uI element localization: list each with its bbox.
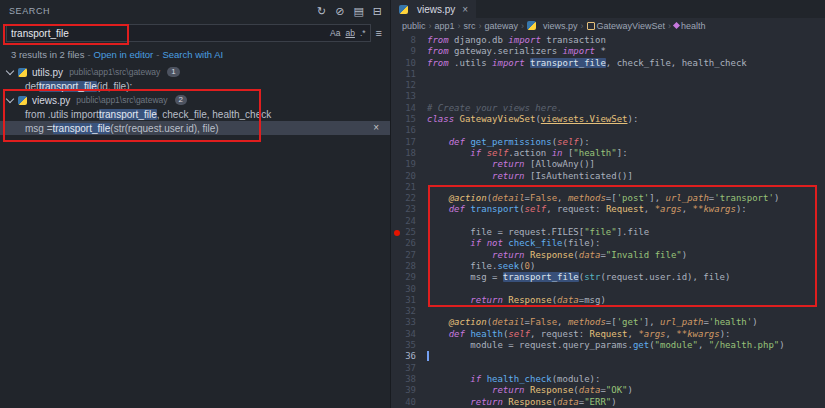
- match-case-toggle[interactable]: Aa: [328, 27, 342, 39]
- breadcrumb-item-health[interactable]: health: [674, 21, 706, 31]
- line-number[interactable]: 30: [391, 284, 427, 295]
- line-number[interactable]: 25: [391, 227, 427, 238]
- regex-toggle[interactable]: .*: [358, 27, 368, 39]
- line-number[interactable]: 34: [391, 329, 427, 340]
- line-number[interactable]: 35: [391, 340, 427, 351]
- line-number[interactable]: 28: [391, 261, 427, 272]
- code-line[interactable]: 26 if not check_file(file):: [391, 238, 825, 249]
- code-line[interactable]: 33 @action(detail=False, methods=['get']…: [391, 317, 825, 328]
- code-line[interactable]: 8from django.db import transaction: [391, 35, 825, 46]
- code-line[interactable]: 27 return Response(data="Invalid file"): [391, 250, 825, 261]
- line-number[interactable]: 21: [391, 182, 427, 193]
- code-line[interactable]: 11: [391, 69, 825, 80]
- line-number[interactable]: 17: [391, 137, 427, 148]
- code-line[interactable]: 16: [391, 125, 825, 136]
- open-new-search-editor-icon[interactable]: ▤: [353, 6, 363, 17]
- search-sidebar: SEARCH ↻ ⊘ ▤ ⊟ Aa ab .* ≡ 3 results in 2…: [0, 0, 390, 408]
- code-line[interactable]: 28 file.seek(0): [391, 261, 825, 272]
- line-number[interactable]: 26: [391, 238, 427, 249]
- search-match-row[interactable]: msg = transport_file(str(request.user.id…: [0, 121, 390, 135]
- code-line[interactable]: 24: [391, 216, 825, 227]
- line-number[interactable]: 19: [391, 159, 427, 170]
- code-line[interactable]: 35 module = request.query_params.get("mo…: [391, 340, 825, 351]
- line-number[interactable]: 14: [391, 103, 427, 114]
- results-summary: 3 results in 2 files: [11, 49, 84, 60]
- code-line[interactable]: 32: [391, 306, 825, 317]
- toggle-search-details-button[interactable]: ≡: [376, 27, 382, 39]
- code-line[interactable]: 34 def health(self, request: Request, *a…: [391, 329, 825, 340]
- code-line[interactable]: 31 return Response(data=msg): [391, 295, 825, 306]
- breadcrumb-separator: ›: [581, 21, 584, 31]
- search-with-ai-link[interactable]: Search with AI: [162, 49, 223, 60]
- code-line[interactable]: 15class GatewayViewSet(viewsets.ViewSet)…: [391, 114, 825, 125]
- search-match-row[interactable]: def transport_file(id, file):: [0, 79, 390, 93]
- match-pre-text: msg =: [25, 123, 53, 134]
- refresh-icon[interactable]: ↻: [317, 6, 326, 17]
- code-line[interactable]: 36: [391, 351, 825, 362]
- open-in-editor-link[interactable]: Open in editor: [94, 49, 154, 60]
- breadcrumb-item-public[interactable]: public: [402, 21, 426, 31]
- code-line[interactable]: 37: [391, 363, 825, 374]
- code-line[interactable]: 12: [391, 80, 825, 91]
- code-line[interactable]: 9from gateway.serializers import *: [391, 46, 825, 57]
- breadcrumb-item-src[interactable]: src: [464, 21, 476, 31]
- line-number[interactable]: 23: [391, 204, 427, 215]
- line-number[interactable]: 38: [391, 374, 427, 385]
- chevron-down-icon[interactable]: [6, 67, 14, 75]
- code-line[interactable]: 13: [391, 91, 825, 102]
- line-number[interactable]: 22: [391, 193, 427, 204]
- breakpoint-dot[interactable]: [394, 230, 400, 236]
- tab-close-icon[interactable]: ×: [462, 4, 468, 15]
- line-number[interactable]: 12: [391, 80, 427, 91]
- dismiss-result-icon[interactable]: ×: [373, 122, 379, 133]
- code-line[interactable]: 10from .utils import transport_file, che…: [391, 58, 825, 69]
- line-number[interactable]: 33: [391, 317, 427, 328]
- line-number[interactable]: 27: [391, 250, 427, 261]
- code-line[interactable]: 14# Create your views here.: [391, 103, 825, 114]
- line-number[interactable]: 24: [391, 216, 427, 227]
- line-number[interactable]: 11: [391, 69, 427, 80]
- line-number[interactable]: 10: [391, 58, 427, 69]
- line-number[interactable]: 40: [391, 397, 427, 408]
- breadcrumb-item-views-py[interactable]: views.py: [527, 21, 578, 31]
- search-input[interactable]: [7, 26, 327, 40]
- code-line[interactable]: 40 return Response(data="ERR"): [391, 397, 825, 408]
- line-number[interactable]: 20: [391, 171, 427, 182]
- line-number[interactable]: 15: [391, 114, 427, 125]
- tab-views-py[interactable]: views.py ×: [391, 0, 476, 18]
- line-number[interactable]: 31: [391, 295, 427, 306]
- code-line[interactable]: 39 return Response(data="OK"): [391, 385, 825, 396]
- line-number[interactable]: 16: [391, 125, 427, 136]
- code-line[interactable]: 25 file = request.FILES["file"].file: [391, 227, 825, 238]
- file-result-row[interactable]: views.pypublic\app1\src\gateway2: [0, 93, 390, 107]
- code-line[interactable]: 38 if health_check(module):: [391, 374, 825, 385]
- search-match-row[interactable]: from .utils import transport_file, check…: [0, 107, 390, 121]
- file-result-row[interactable]: utils.pypublic\app1\src\gateway1: [0, 65, 390, 79]
- code-line[interactable]: 29 msg = transport_file(str(request.user…: [391, 272, 825, 283]
- clear-search-results-icon[interactable]: ⊘: [335, 6, 344, 17]
- line-number[interactable]: 13: [391, 91, 427, 102]
- whole-word-toggle[interactable]: ab: [343, 27, 356, 39]
- collapse-all-icon[interactable]: ⊟: [373, 6, 382, 17]
- code-line[interactable]: 30: [391, 284, 825, 295]
- code-line[interactable]: 21: [391, 182, 825, 193]
- code-line[interactable]: 17 def get_permissions(self):: [391, 137, 825, 148]
- code-text: file = request.FILES["file"].file: [427, 227, 649, 238]
- code-line[interactable]: 20 return [IsAuthenticated()]: [391, 171, 825, 182]
- line-number[interactable]: 39: [391, 385, 427, 396]
- breadcrumb-item-gatewayviewset[interactable]: GatewayViewSet: [587, 21, 665, 31]
- code-line[interactable]: 18 if self.action in ["health"]:: [391, 148, 825, 159]
- code-line[interactable]: 23 def transport(self, request: Request,…: [391, 204, 825, 215]
- line-number[interactable]: 36: [391, 351, 427, 362]
- code-line[interactable]: 19 return [AllowAny()]: [391, 159, 825, 170]
- line-number[interactable]: 8: [391, 35, 427, 46]
- code-line[interactable]: 22 @action(detail=False, methods=['post'…: [391, 193, 825, 204]
- chevron-down-icon[interactable]: [6, 95, 14, 103]
- line-number[interactable]: 18: [391, 148, 427, 159]
- breadcrumb-item-gateway[interactable]: gateway: [485, 21, 519, 31]
- line-number[interactable]: 37: [391, 363, 427, 374]
- breadcrumb-item-app1[interactable]: app1: [435, 21, 455, 31]
- line-number[interactable]: 32: [391, 306, 427, 317]
- line-number[interactable]: 9: [391, 46, 427, 57]
- line-number[interactable]: 29: [391, 272, 427, 283]
